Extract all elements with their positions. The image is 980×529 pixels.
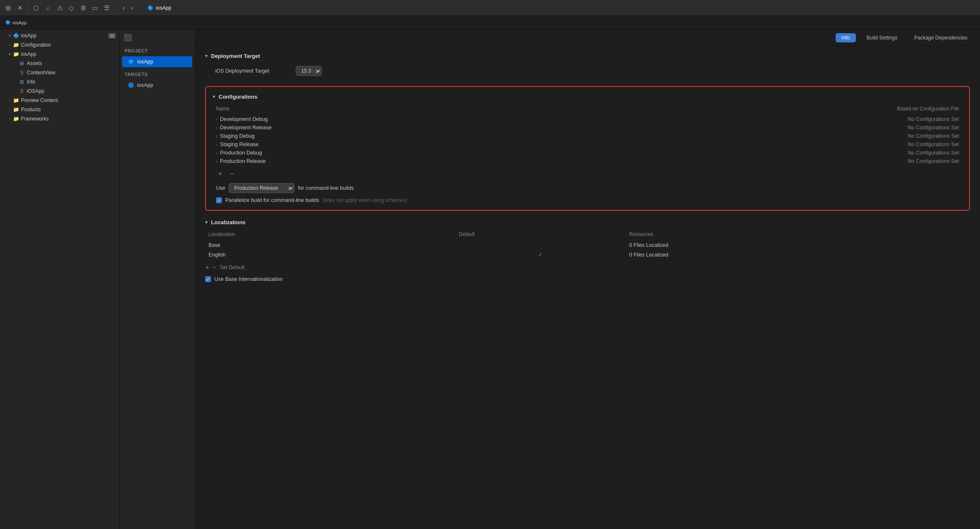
loc-table-row[interactable]: English ✓ 0 Files Localized	[205, 250, 970, 259]
breadcrumb[interactable]: 🔷 iosApp	[5, 20, 27, 25]
config-row-based-on: No Configurations Set	[568, 123, 962, 132]
preview-chevron-icon: ›	[7, 97, 13, 103]
breadcrumb-bar: 🔷 iosApp	[0, 16, 980, 29]
config-row-based-on: No Configurations Set	[568, 157, 962, 165]
sidebar-root-item[interactable]: ▾ 🔷 iosApp M	[0, 31, 119, 40]
config-row-based-on: No Configurations Set	[568, 132, 962, 140]
sidebar-item-contentview[interactable]: › S ContentView	[0, 68, 119, 77]
config-row-name: ›Development Debug	[213, 115, 568, 123]
config-row-name: ›Development Release	[213, 123, 568, 132]
frameworks-chevron-icon: ›	[7, 116, 13, 122]
breadcrumb-icon: 🔷	[5, 20, 11, 25]
assets-label: Assets	[27, 60, 116, 66]
use-label: Use	[216, 185, 225, 191]
nav-forward-button[interactable]: ›	[128, 3, 135, 13]
config-table-row[interactable]: ›Development Release No Configurations S…	[213, 123, 962, 132]
sidebar-item-iosapp-group[interactable]: ▾ 📁 iosApp	[0, 50, 119, 59]
sidebar-item-info[interactable]: › ⊞ Info	[0, 77, 119, 86]
loc-col-localization: Localization	[205, 230, 456, 241]
loc-table-row[interactable]: Base 0 Files Localized	[205, 241, 970, 250]
base-internationalization-checkbox[interactable]	[205, 276, 211, 282]
config-add-button[interactable]: +	[216, 170, 224, 178]
config-actions: + −	[213, 170, 962, 178]
assets-icon: ⊞	[18, 60, 25, 67]
deployment-target-select-wrapper[interactable]: 15.3 15.0 15.1 15.2 15.4 16.0	[296, 66, 322, 76]
tab-iosapp[interactable]: 🔷 iosApp	[141, 0, 179, 16]
contentview-swift-icon: S	[18, 69, 25, 76]
loc-row-resources: 0 Files Localized	[626, 241, 970, 250]
config-use-row: Use Production Release Development Debug…	[213, 183, 962, 193]
nav-target-icon: 🔵	[127, 81, 135, 89]
targets-section-header: TARGETS	[120, 68, 195, 79]
localizations-header[interactable]: ▾ Localizations	[205, 219, 970, 225]
config-label: Configuration	[21, 42, 116, 48]
sidebar-item-assets[interactable]: › ⊞ Assets	[0, 59, 119, 68]
sidebar-item-iosapp-file[interactable]: › S iOSApp	[0, 86, 119, 96]
iosapp-group-label: iosApp	[21, 51, 116, 57]
set-default-label: Set Default	[220, 264, 245, 270]
config-use-select-wrapper[interactable]: Production Release Development Debug Dev…	[229, 183, 295, 193]
package-dependencies-button[interactable]: Package Dependencies	[908, 33, 973, 42]
sidebar-item-frameworks[interactable]: › 📁 Frameworks	[0, 114, 119, 123]
toolbar-separator-2	[115, 4, 115, 12]
grid-icon[interactable]: ⊞	[3, 3, 13, 13]
deployment-label: iOS Deployment Target	[215, 68, 291, 74]
search-icon[interactable]: ⌕	[43, 3, 52, 13]
config-table-row[interactable]: ›Staging Release No Configurations Set	[213, 140, 962, 149]
config-row-name: ›Staging Debug	[213, 132, 568, 140]
sidebar-item-preview-content[interactable]: › 📁 Preview Content	[0, 96, 119, 105]
config-table-row[interactable]: ›Production Release No Configurations Se…	[213, 157, 962, 165]
loc-add-button[interactable]: +	[205, 264, 209, 271]
build-settings-button[interactable]: Build Settings	[861, 33, 903, 42]
products-chevron-icon: ›	[7, 107, 13, 113]
config-table-row[interactable]: ›Development Debug No Configurations Set	[213, 115, 962, 123]
config-remove-button[interactable]: −	[228, 170, 236, 178]
config-chevron-icon: ›	[7, 42, 13, 48]
config-table-row[interactable]: ›Staging Debug No Configurations Set	[213, 132, 962, 140]
content-area: Info Build Settings Package Dependencies…	[195, 29, 980, 529]
for-builds-label: for command-line builds	[298, 185, 354, 191]
products-folder-icon: 📁	[13, 106, 19, 113]
sidebar-toggle-button[interactable]: ⬛	[122, 32, 134, 43]
settings-content: ▾ Deployment Target iOS Deployment Targe…	[195, 46, 980, 529]
frameworks-folder-icon: 📁	[13, 115, 19, 122]
deployment-row: iOS Deployment Target 15.3 15.0 15.1 15.…	[205, 64, 970, 78]
close-icon[interactable]: ✕	[15, 3, 24, 13]
project-section-header: PROJECT	[120, 44, 195, 56]
info-button[interactable]: Info	[836, 33, 856, 42]
base-internationalization-row: Use Base Internationalization	[205, 276, 970, 282]
configurations-header[interactable]: ▾ Configurations	[213, 94, 962, 100]
config-row-based-on: No Configurations Set	[568, 140, 962, 149]
nav-item-iosapp-target[interactable]: 🔵 iosApp	[122, 80, 192, 91]
rect-icon[interactable]: ▭	[90, 3, 99, 13]
parallelize-label: Parallelize build for command-line build…	[225, 197, 319, 203]
sidebar-item-products[interactable]: › 📁 Products	[0, 105, 119, 114]
deployment-target-select[interactable]: 15.3 15.0 15.1 15.2 15.4 16.0	[296, 66, 322, 76]
sidebar-item-configuration[interactable]: › 📁 Configuration	[0, 40, 119, 50]
doc-icon[interactable]: ☰	[102, 3, 111, 13]
gear-icon[interactable]: ⚙	[78, 3, 88, 13]
deployment-section-header[interactable]: ▾ Deployment Target	[205, 53, 970, 59]
nav-item-iosapp-project[interactable]: 🔷 iosApp	[122, 56, 192, 67]
configurations-section: ▾ Configurations Name Based on Configura…	[205, 86, 970, 211]
products-label: Products	[21, 107, 116, 113]
localizations-section: ▾ Localizations Localization Default Res…	[205, 219, 970, 282]
diamond-icon[interactable]: ◇	[67, 3, 76, 13]
preview-content-label: Preview Content	[21, 97, 116, 103]
nav-back-button[interactable]: ‹	[120, 3, 127, 13]
nav-controls: ‹ ›	[120, 3, 136, 13]
loc-remove-button[interactable]: −	[212, 264, 216, 271]
config-table-row[interactable]: ›Production Debug No Configurations Set	[213, 149, 962, 157]
config-use-select[interactable]: Production Release Development Debug Dev…	[229, 183, 295, 193]
parallelize-checkbox[interactable]	[216, 197, 222, 203]
nav-project-icon: 🔷	[127, 58, 135, 65]
info-label: Info	[27, 79, 116, 85]
loc-col-default: Default	[456, 230, 626, 241]
warning-icon[interactable]: ⚠	[55, 3, 64, 13]
project-navigator: ⬛ PROJECT 🔷 iosApp TARGETS 🔵 iosApp	[120, 29, 195, 529]
bookmark-icon[interactable]: ⬡	[31, 3, 41, 13]
configurations-chevron-icon: ▾	[213, 94, 215, 100]
contentview-label: ContentView	[27, 70, 116, 76]
iosapp-chevron-icon: ▾	[7, 51, 13, 57]
loc-row-default	[456, 241, 626, 250]
